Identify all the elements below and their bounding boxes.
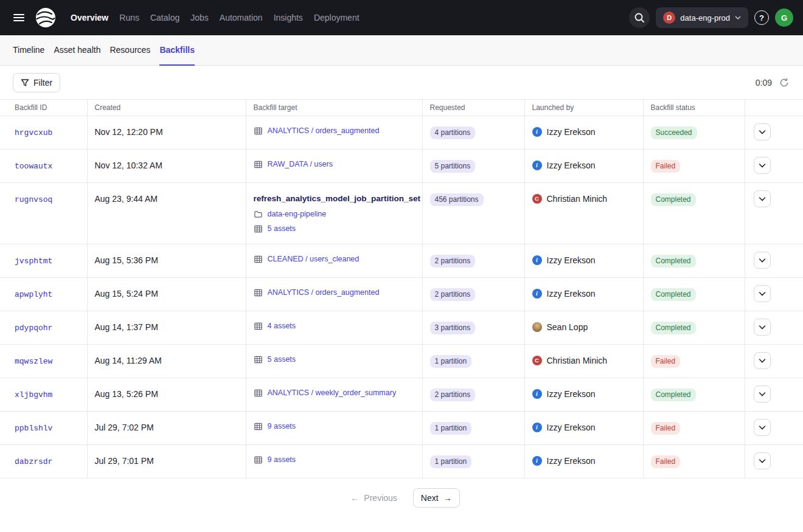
row-actions-button[interactable]: [754, 385, 771, 402]
target-line: 5 assets: [254, 224, 415, 234]
launched-by: i Izzy Erekson: [532, 288, 636, 300]
previous-page-button[interactable]: ← Previous: [343, 488, 404, 508]
deployment-badge: D: [663, 12, 675, 24]
backfill-target-link[interactable]: 9 assets: [268, 455, 296, 465]
backfill-target: ANALYTICS / orders_augmented: [254, 126, 415, 136]
backfill-target-link[interactable]: data-eng-pipeline: [268, 209, 327, 219]
backfill-id-link[interactable]: jvsphtmt: [15, 257, 52, 266]
filter-button[interactable]: Filter: [13, 73, 60, 92]
tab-backfills[interactable]: Backfills: [159, 35, 195, 66]
filter-icon: [21, 78, 29, 87]
backfills-table: Backfill ID Created Backfill target Requ…: [0, 99, 803, 478]
nav-item-jobs[interactable]: Jobs: [186, 9, 214, 26]
backfill-target-link[interactable]: 9 assets: [268, 421, 296, 432]
created-timestamp: Aug 13, 5:26 PM: [95, 389, 158, 399]
row-actions-button[interactable]: [754, 190, 771, 207]
created-timestamp: Aug 15, 5:24 PM: [95, 289, 158, 299]
backfill-id-link[interactable]: xljbgvhm: [15, 390, 52, 399]
column-header-actions: [745, 100, 803, 116]
launched-by: C Christian Minich: [532, 193, 636, 205]
status-badge: Completed: [651, 255, 696, 268]
search-icon: [634, 12, 645, 23]
chevron-down-icon: [759, 459, 766, 463]
deployment-switcher[interactable]: D data-eng-prod: [656, 7, 748, 28]
user-avatar-icon: i: [532, 255, 542, 265]
backfill-target-link[interactable]: 5 assets: [268, 354, 296, 365]
row-actions-button[interactable]: [754, 157, 771, 174]
launched-by-name: Izzy Erekson: [547, 254, 596, 266]
tab-resources[interactable]: Resources: [109, 35, 150, 66]
backfill-id-link[interactable]: pdypqohr: [15, 323, 52, 333]
hamburger-menu-button[interactable]: [9, 7, 29, 28]
asset-grid-icon: [254, 126, 263, 136]
target-line: data-eng-pipeline: [254, 209, 415, 219]
nav-item-deployment[interactable]: Deployment: [309, 9, 364, 26]
backfill-id-link[interactable]: hrgvcxub: [15, 128, 52, 137]
backfill-target: CLEANED / users_cleaned: [254, 254, 415, 264]
chevron-down-icon: [759, 325, 766, 330]
created-timestamp: Nov 12, 10:32 AM: [95, 161, 162, 170]
backfill-target-link[interactable]: 4 assets: [268, 321, 296, 331]
requested-partitions-badge: 5 partitions: [430, 160, 476, 173]
backfill-target-link[interactable]: 5 assets: [268, 224, 296, 234]
refresh-button[interactable]: [778, 77, 790, 89]
nav-item-insights[interactable]: Insights: [269, 9, 308, 26]
launched-by-name: Izzy Erekson: [547, 288, 596, 300]
backfill-target-link[interactable]: CLEANED / users_cleaned: [268, 254, 360, 264]
nav-item-catalog[interactable]: Catalog: [145, 9, 184, 26]
backfill-id-link[interactable]: ppblshlv: [15, 424, 52, 433]
folder-icon: [254, 210, 263, 219]
help-button[interactable]: ?: [754, 10, 769, 25]
backfill-target-link[interactable]: RAW_DATA / users: [268, 159, 333, 170]
dagster-logo: [35, 7, 56, 28]
table-row: toowautx Nov 12, 10:32 AM RAW_DATA / use…: [0, 150, 803, 183]
question-mark-icon: ?: [754, 10, 769, 25]
launched-by: i Izzy Erekson: [532, 254, 636, 266]
backfill-id-link[interactable]: toowautx: [15, 162, 52, 171]
launched-by-name: Sean Lopp: [547, 321, 588, 333]
next-page-button[interactable]: Next →: [413, 488, 460, 508]
created-timestamp: Aug 15, 5:36 PM: [95, 255, 158, 265]
requested-partitions-badge: 2 partitions: [430, 288, 476, 301]
requested-partitions-badge: 456 partitions: [430, 193, 484, 206]
nav-item-runs[interactable]: Runs: [114, 9, 144, 26]
user-avatar[interactable]: G: [775, 9, 793, 27]
row-actions-button[interactable]: [754, 419, 771, 436]
target-line: ANALYTICS / orders_augmented: [254, 126, 415, 136]
user-avatar-icon: i: [532, 161, 542, 170]
backfill-target-link[interactable]: ANALYTICS / orders_augmented: [268, 126, 380, 136]
row-actions-button[interactable]: [754, 252, 771, 269]
row-actions-button[interactable]: [754, 452, 771, 469]
target-line: 9 assets: [254, 421, 415, 432]
requested-partitions-badge: 3 partitions: [430, 322, 476, 334]
table-row: rugnvsoq Aug 23, 9:44 AM refresh_analyti…: [0, 183, 803, 244]
search-button[interactable]: [629, 7, 650, 28]
table-row: hrgvcxub Nov 12, 12:20 PM ANALYTICS / or…: [0, 116, 803, 150]
chevron-down-icon: [759, 426, 766, 430]
tab-asset-health[interactable]: Asset health: [54, 35, 100, 66]
nav-item-overview[interactable]: Overview: [66, 9, 113, 26]
requested-partitions-badge: 1 partition: [430, 455, 472, 468]
backfill-id-link[interactable]: apwplyht: [15, 290, 52, 299]
backfill-target-link[interactable]: refresh_analytics_model_job_partition_se…: [254, 193, 421, 205]
backfill-target-link[interactable]: ANALYTICS / weekly_order_summary: [268, 388, 397, 398]
tab-timeline[interactable]: Timeline: [13, 35, 44, 66]
row-actions-button[interactable]: [754, 285, 771, 302]
backfill-target: 4 assets: [254, 321, 415, 331]
chevron-down-icon: [759, 130, 766, 134]
row-actions-button[interactable]: [754, 319, 771, 336]
status-badge: Failed: [651, 455, 681, 468]
table-header-row: Backfill ID Created Backfill target Requ…: [0, 100, 803, 116]
backfill-id-link[interactable]: mqwszlew: [15, 357, 52, 366]
asset-grid-icon: [254, 389, 263, 398]
backfill-id-link[interactable]: rugnvsoq: [15, 195, 52, 204]
backfill-target-link[interactable]: ANALYTICS / orders_augmented: [268, 288, 380, 298]
requested-partitions-badge: 2 partitions: [430, 255, 476, 268]
user-avatar-icon: C: [532, 194, 542, 204]
row-actions-button[interactable]: [754, 123, 771, 140]
nav-item-automation[interactable]: Automation: [215, 9, 268, 26]
backfill-id-link[interactable]: dabzrsdr: [15, 457, 52, 466]
row-actions-button[interactable]: [754, 352, 771, 369]
asset-grid-icon: [254, 455, 263, 465]
previous-page-label: Previous: [364, 493, 397, 503]
